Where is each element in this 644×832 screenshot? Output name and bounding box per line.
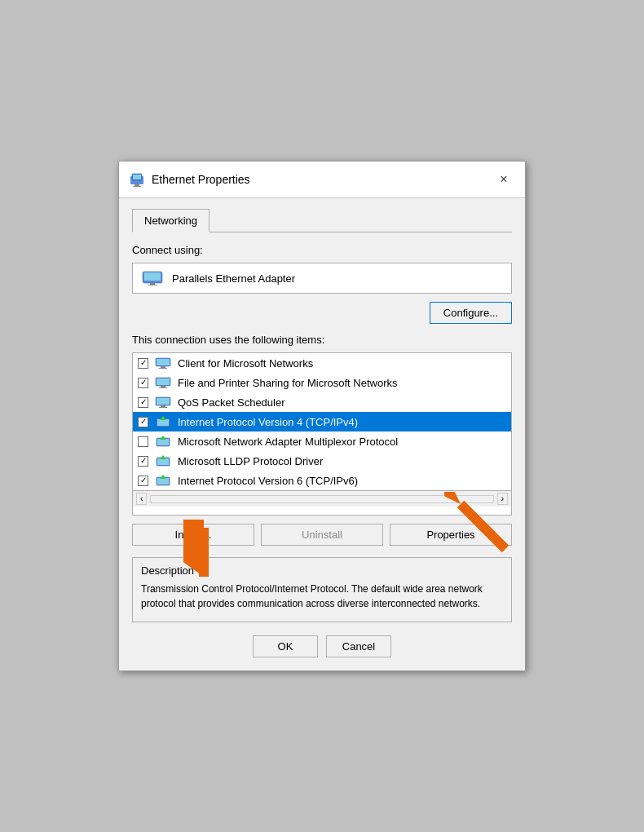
list-item-checkbox[interactable] [138,378,148,388]
svg-rect-25 [157,439,169,445]
svg-rect-22 [157,419,169,426]
svg-rect-6 [144,272,161,281]
action-buttons-row: Install... Uninstall Properties [132,524,512,546]
ok-button[interactable]: OK [253,635,318,657]
description-title: Description [141,564,503,577]
dialog-title: Ethernet Properties [152,173,250,186]
connect-using-label: Connect using: [132,244,512,256]
properties-button[interactable]: Properties [390,524,512,546]
configure-button[interactable]: Configure... [430,302,512,324]
svg-rect-19 [161,405,165,407]
tab-networking[interactable]: Networking [132,209,210,232]
install-button[interactable]: Install... [132,524,254,546]
adapter-name: Parallels Ethernet Adapter [172,272,295,285]
configure-row: Configure... [132,302,512,324]
uninstall-button[interactable]: Uninstall [261,524,383,546]
list-item-text: Internet Protocol Version 4 (TCP/IPv4) [178,416,358,428]
svg-rect-1 [135,184,139,186]
list-item-text: Internet Protocol Version 6 (TCP/IPv6) [178,475,358,487]
list-item-text: Client for Microsoft Networks [178,357,313,370]
svg-rect-4 [133,175,141,179]
list-item-checkbox[interactable] [138,358,148,369]
tabs-container: Networking [132,208,512,232]
adapter-box: Parallels Ethernet Adapter [132,263,512,294]
svg-rect-12 [159,368,167,369]
horizontal-scroll-track[interactable] [150,495,493,503]
svg-rect-16 [159,387,167,388]
list-item[interactable]: Internet Protocol Version 6 (TCP/IPv6) [133,471,511,490]
list-item[interactable]: Client for Microsoft Networks [133,353,511,373]
scroll-right-arrow[interactable]: › [497,493,508,505]
svg-rect-11 [161,366,165,368]
list-item[interactable]: Microsoft Network Adapter Multiplexor Pr… [133,431,511,451]
svg-marker-32 [160,475,166,479]
green-arrow-icon [155,474,171,487]
network-icon [129,171,145,188]
items-label: This connection uses the following items… [132,334,512,346]
list-item-checkbox[interactable] [138,417,148,427]
cancel-button[interactable]: Cancel [326,635,391,657]
list-item-checkbox[interactable] [138,456,148,467]
green-arrow-icon [155,435,171,448]
svg-rect-2 [133,186,141,187]
bottom-buttons-row: OK Cancel [132,635,512,657]
list-item[interactable]: File and Printer Sharing for Microsoft N… [133,373,511,392]
green-arrow-icon [155,415,171,428]
network-item-icon [155,376,171,389]
svg-marker-29 [160,455,166,459]
svg-rect-7 [150,283,155,285]
items-list-container[interactable]: Client for Microsoft Networks File and P… [132,352,512,516]
list-item-checkbox[interactable] [138,397,148,408]
list-item-checkbox[interactable] [138,436,148,447]
svg-rect-14 [157,378,170,385]
description-text: Transmission Control Protocol/Internet P… [141,582,503,611]
list-item[interactable]: QoS Packet Scheduler [133,392,511,412]
svg-rect-31 [157,478,169,485]
svg-rect-28 [157,458,169,465]
svg-rect-10 [157,359,170,365]
network-item-icon [155,396,171,409]
svg-rect-20 [159,407,167,408]
list-item-text: QoS Packet Scheduler [178,396,285,409]
description-box: Description Transmission Control Protoco… [132,557,512,622]
svg-rect-15 [161,386,165,387]
list-item[interactable]: Microsoft LLDP Protocol Driver [133,451,511,471]
close-button[interactable]: × [492,168,515,191]
list-item-text: Microsoft Network Adapter Multiplexor Pr… [178,436,398,448]
green-arrow-icon [155,454,171,467]
scroll-left-arrow[interactable]: ‹ [136,493,147,505]
list-item-text: File and Printer Sharing for Microsoft N… [178,377,397,389]
horizontal-scrollbar[interactable]: ‹ › [133,490,511,507]
adapter-icon [141,270,164,286]
list-item[interactable]: Internet Protocol Version 4 (TCP/IPv4) [133,412,511,431]
list-item-checkbox[interactable] [138,476,148,486]
network-item-icon [155,356,171,370]
svg-marker-26 [160,436,166,440]
title-bar: Ethernet Properties × [119,162,525,198]
list-item-text: Microsoft LLDP Protocol Driver [178,455,323,467]
svg-rect-18 [157,398,170,405]
svg-marker-23 [160,416,166,420]
svg-rect-8 [148,285,157,285]
